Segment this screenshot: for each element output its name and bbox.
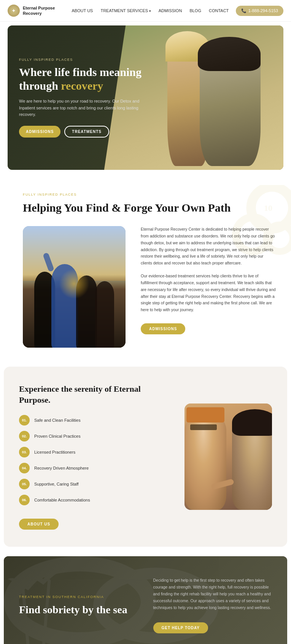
hero-hair2 xyxy=(198,37,261,71)
serenity-title: Experience the serenity of Eternal Purpo… xyxy=(19,384,169,405)
navbar: ✦ Eternal Purpose Recovery ABOUT US TREA… xyxy=(0,0,291,22)
feature-item-1: 01. Safe and Clean Facilities xyxy=(19,415,169,426)
hero-content: FULLY INSPIRED PLACES Where life finds m… xyxy=(19,58,148,138)
nav-treatment-services[interactable]: TREATMENT SERVICES xyxy=(100,8,151,13)
feature-label-1: Safe and Clean Facilities xyxy=(34,418,81,422)
serenity-section: Experience the serenity of Eternal Purpo… xyxy=(4,367,287,547)
hero-title: Where life finds meaning through recover… xyxy=(19,65,148,93)
feature-label-3: Licensed Practitioners xyxy=(34,450,75,454)
find-image xyxy=(23,226,126,348)
svg-text:10: 10 xyxy=(264,203,272,213)
nav-admission[interactable]: ADMISSION xyxy=(159,8,182,13)
logo-icon: ✦ xyxy=(8,5,20,17)
feature-item-5: 05. Supportive, Caring Staff xyxy=(19,479,169,489)
feature-item-6: 06. Comfortable Accommodations xyxy=(19,495,169,505)
sobriety-right: Deciding to get help is the first step t… xyxy=(153,577,272,633)
features-list: 01. Safe and Clean Facilities 02. Proven… xyxy=(19,415,169,505)
feature-num-3: 03. xyxy=(19,447,30,457)
phone-icon: 📞 xyxy=(241,8,246,13)
nav-links: ABOUT US TREATMENT SERVICES ADMISSION BL… xyxy=(72,8,229,13)
nav-blog[interactable]: BLOG xyxy=(189,8,201,13)
feature-label-6: Comfortable Accommodations xyxy=(34,498,90,502)
feature-label-4: Recovery Driven Atmosphere xyxy=(34,466,89,470)
feature-label-2: Proven Clinical Practices xyxy=(34,434,81,438)
hero-eyebrow: FULLY INSPIRED PLACES xyxy=(19,58,148,62)
nav-contact[interactable]: CONTACT xyxy=(209,8,229,13)
feature-num-1: 01. xyxy=(19,415,30,426)
sobriety-eyebrow: TREATMENT IN SOUTHERN CALIFORNIA xyxy=(19,595,138,599)
feature-num-4: 04. xyxy=(19,463,30,473)
sobriety-section: TREATMENT IN SOUTHERN CALIFORNIA Find so… xyxy=(4,556,287,644)
feature-num-6: 06. xyxy=(19,495,30,505)
sobriety-title: Find sobriety by the sea xyxy=(19,603,138,616)
bg-decoration-circles: 10 xyxy=(223,185,291,261)
nav-about[interactable]: ABOUT US xyxy=(72,8,93,13)
get-help-button[interactable]: GET HELP TODAY xyxy=(153,622,208,633)
about-us-button[interactable]: ABOUT US xyxy=(19,519,59,530)
find-forge-section: 10 FULLY INSPIRED PLACES Helping You Fin… xyxy=(0,174,291,367)
feature-num-5: 05. xyxy=(19,479,30,489)
hero-subtitle: We are here to help you on your road to … xyxy=(19,98,148,118)
sobriety-body: Deciding to get help is the first step t… xyxy=(153,577,272,611)
serenity-image xyxy=(184,403,272,510)
feature-num-2: 02. xyxy=(19,431,30,441)
find-admissions-button[interactable]: ADMISSIONS xyxy=(141,323,185,334)
find-body-2: Our evidence-based treatment services he… xyxy=(141,273,276,313)
feature-item-4: 04. Recovery Driven Atmosphere xyxy=(19,463,169,473)
admissions-button[interactable]: ADMISSIONS xyxy=(19,126,60,138)
feature-item-2: 02. Proven Clinical Practices xyxy=(19,431,169,441)
feature-label-5: Supportive, Caring Staff xyxy=(34,482,79,486)
feature-item-3: 03. Licensed Practitioners xyxy=(19,447,169,457)
treatments-button[interactable]: TREATMENTS xyxy=(64,126,109,138)
hero-buttons: ADMISSIONS TREATMENTS xyxy=(19,126,148,138)
phone-button[interactable]: 📞 1-888-294-5153 xyxy=(236,6,283,16)
silhouette-4 xyxy=(95,281,114,348)
spacer xyxy=(0,551,291,556)
brand-name: Eternal Purpose Recovery xyxy=(23,5,65,16)
sobriety-left: TREATMENT IN SOUTHERN CALIFORNIA Find so… xyxy=(19,595,138,616)
serenity-left: Experience the serenity of Eternal Purpo… xyxy=(19,384,169,530)
logo[interactable]: ✦ Eternal Purpose Recovery xyxy=(8,5,65,17)
hero-section: FULLY INSPIRED PLACES Where life finds m… xyxy=(8,25,283,170)
light-glow xyxy=(59,269,89,299)
